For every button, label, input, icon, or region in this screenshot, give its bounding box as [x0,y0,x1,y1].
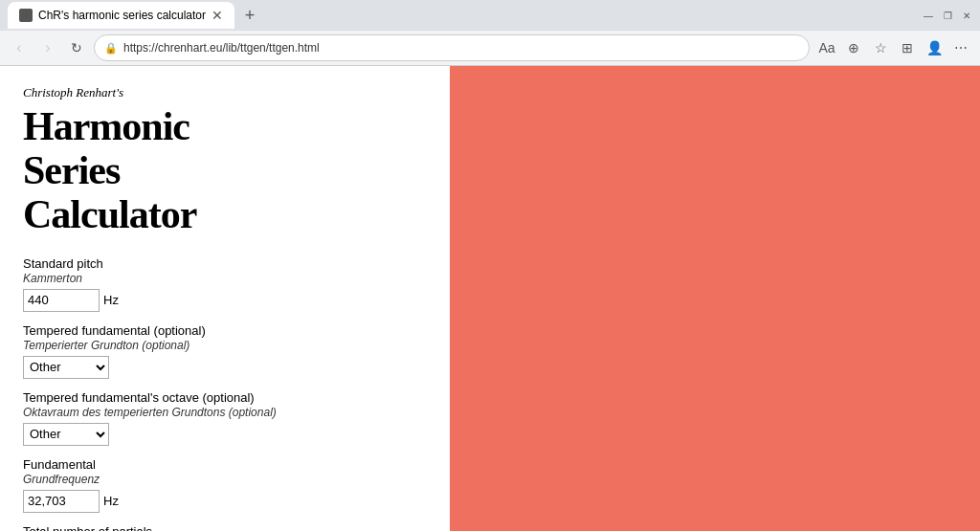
partials-section: Total number of partials Anzahl der Teil… [23,524,427,531]
right-panel [450,66,980,531]
window-controls: — ❐ ✕ [923,10,972,21]
standard-pitch-input-row: Hz [23,289,427,312]
restore-button[interactable]: ❐ [942,10,953,21]
standard-pitch-unit: Hz [103,293,119,307]
standard-pitch-input[interactable] [23,289,100,312]
url-text: https://chrenhart.eu/lib/ttgen/ttgen.htm… [123,41,320,55]
fundamental-input-row: Hz [23,490,427,513]
lock-icon: 🔒 [104,42,118,55]
title-line3: Calculator [23,192,196,236]
address-bar-row: ‹ › ↻ 🔒 https://chrenhart.eu/lib/ttgen/t… [0,31,980,65]
toolbar-icons: Aa ⊕ ☆ ⊞ 👤 ⋯ [815,36,972,59]
tempered-octave-section: Tempered fundamental's octave (optional)… [23,390,427,446]
bookmark-icon[interactable]: ☆ [869,36,892,59]
forward-button[interactable]: › [36,36,59,59]
screenshot-icon[interactable]: ⊕ [842,36,865,59]
standard-pitch-section: Standard pitch Kammerton Hz [23,256,427,312]
tempered-fund-sublabel: Temperierter Grundton (optional) [23,339,427,352]
site-subtitle: Christoph Renhart's [23,85,427,100]
minimize-button[interactable]: — [923,10,934,21]
content-area: Christoph Renhart's Harmonic Series Calc… [0,66,980,531]
tempered-fund-select[interactable]: Other C C# D D# E F F# G G# A A# B [23,356,109,379]
new-tab-button[interactable]: + [238,4,261,27]
extensions-icon[interactable]: ⊞ [896,36,919,59]
fundamental-section: Fundamental Grundfrequenz Hz [23,457,427,513]
standard-pitch-sublabel: Kammerton [23,272,427,285]
tempered-octave-select[interactable]: Other 0 1 2 3 4 5 6 7 8 [23,423,109,446]
fundamental-sublabel: Grundfrequenz [23,473,427,486]
tab-bar: ChR's harmonic series calculator ✕ + — ❐… [0,0,980,31]
site-header: Christoph Renhart's Harmonic Series Calc… [23,85,427,237]
standard-pitch-label: Standard pitch [23,256,427,271]
address-bar[interactable]: 🔒 https://chrenhart.eu/lib/ttgen/ttgen.h… [94,34,810,61]
site-title: Harmonic Series Calculator [23,104,427,237]
tempered-octave-sublabel: Oktavraum des temperierten Grundtons (op… [23,406,427,419]
browser-chrome: ChR's harmonic series calculator ✕ + — ❐… [0,0,980,66]
profile-icon[interactable]: 👤 [923,36,946,59]
tab-title: ChR's harmonic series calculator [38,9,206,22]
fundamental-unit: Hz [103,494,119,508]
tempered-fundamental-section: Tempered fundamental (optional) Temperie… [23,323,427,379]
title-line2: Series [23,148,120,192]
left-panel: Christoph Renhart's Harmonic Series Calc… [0,66,450,531]
back-button[interactable]: ‹ [8,36,31,59]
partials-label: Total number of partials [23,524,427,531]
tab-close-button[interactable]: ✕ [212,9,223,22]
tempered-fund-label: Tempered fundamental (optional) [23,323,427,338]
refresh-button[interactable]: ↻ [65,36,88,59]
fundamental-label: Fundamental [23,457,427,472]
fundamental-input[interactable] [23,490,100,513]
tab-favicon [19,9,33,22]
close-button[interactable]: ✕ [961,10,972,21]
tempered-octave-label: Tempered fundamental's octave (optional) [23,390,427,405]
title-line1: Harmonic [23,104,189,148]
active-tab[interactable]: ChR's harmonic series calculator ✕ [8,2,234,29]
reader-mode-icon[interactable]: Aa [815,36,838,59]
menu-icon[interactable]: ⋯ [949,36,972,59]
